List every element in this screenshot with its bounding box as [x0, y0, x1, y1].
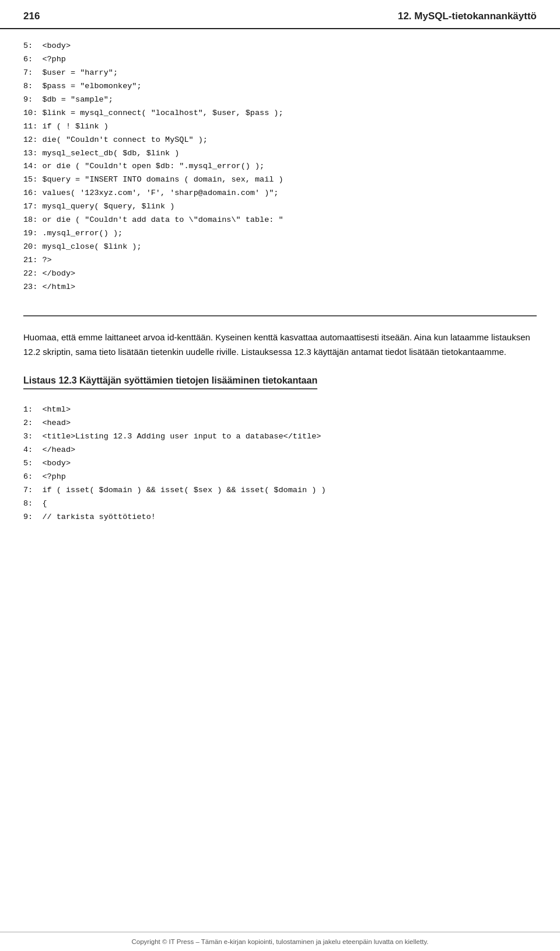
code-line: 1: <html> [23, 403, 537, 417]
chapter-title: 12. MySQL-tietokannankäyttö [398, 11, 537, 22]
code-line: 15: $query = "INSERT INTO domains ( doma… [23, 173, 537, 187]
code-line: 5: <body> [23, 457, 537, 471]
code-line: 20: mysql_close( $link ); [23, 241, 537, 254]
listing-header-2: Listaus 12.3 Käyttäjän syöttämien tietoj… [0, 365, 560, 393]
code-line: 9: // tarkista syöttötieto! [23, 511, 537, 524]
code-line: 6: <?php [23, 53, 537, 67]
code-line: 19: .mysql_error() ); [23, 227, 537, 241]
code-line: 21: ?> [23, 254, 537, 267]
code-line: 7: if ( isset( $domain ) && isset( $sex … [23, 484, 537, 497]
code-block-2: 1: <html>2: <head>3: <title>Listing 12.3… [0, 393, 560, 534]
code-line: 12: die( "Couldn't connect to MySQL" ); [23, 134, 537, 147]
code-line: 7: $user = "harry"; [23, 67, 537, 80]
page-number: 216 [23, 11, 40, 22]
code-line: 8: { [23, 497, 537, 511]
code-line: 8: $pass = "elbomonkey"; [23, 80, 537, 93]
code-line: 6: <?php [23, 471, 537, 484]
page-header: 216 12. MySQL-tietokannankäyttö [0, 0, 560, 29]
code-line: 22: </body> [23, 267, 537, 281]
code-line: 23: </html> [23, 281, 537, 294]
separator-1 [23, 315, 537, 316]
code-line: 4: </head> [23, 444, 537, 457]
code-line: 13: mysql_select_db( $db, $link ) [23, 147, 537, 161]
code-line: 5: <body> [23, 40, 537, 53]
code-line: 2: <head> [23, 417, 537, 430]
code-block-1: 5: <body>6: <?php7: $user = "harry";8: $… [0, 29, 560, 305]
footer: Copyright © IT Press – Tämän e-kirjan ko… [0, 932, 560, 951]
code-line: 17: mysql_query( $query, $link ) [23, 200, 537, 214]
footer-text: Copyright © IT Press – Tämän e-kirjan ko… [132, 938, 429, 945]
code-line: 9: $db = "sample"; [23, 93, 537, 107]
code-line: 16: values( '123xyz.com', 'F', 'sharp@ad… [23, 187, 537, 200]
code-line: 18: or die ( "Couldn't add data to \"dom… [23, 214, 537, 227]
code-line: 10: $link = mysql_connect( "localhost", … [23, 107, 537, 120]
code-line: 14: or die ( "Couldn't open $db: ".mysql… [23, 160, 537, 173]
code-line: 11: if ( ! $link ) [23, 120, 537, 134]
listing-title-2: Listaus 12.3 Käyttäjän syöttämien tietoj… [23, 375, 317, 389]
code-line: 3: <title>Listing 12.3 Adding user input… [23, 430, 537, 444]
body-text-1: Huomaa, että emme laittaneet arvoa id-ke… [0, 325, 560, 365]
